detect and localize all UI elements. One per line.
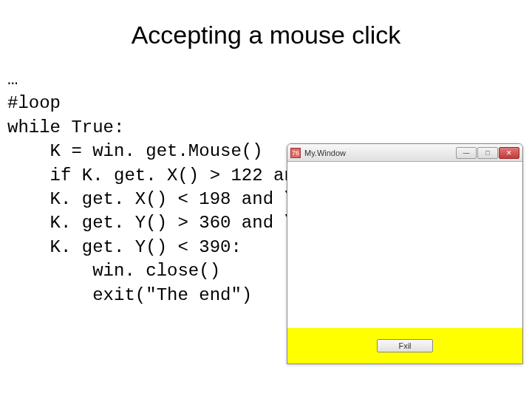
tk-icon: 76: [290, 148, 301, 158]
window-title: My.Window: [304, 149, 455, 157]
close-button[interactable]: ✕: [499, 147, 519, 159]
demo-window: 76 My.Window — □ ✕ Fxil: [287, 143, 523, 364]
exit-button[interactable]: Fxil: [377, 339, 432, 352]
window-footer: Fxil: [287, 328, 522, 364]
window-controls: — □ ✕: [455, 147, 519, 159]
window-titlebar: 76 My.Window — □ ✕: [287, 144, 522, 162]
minimize-button[interactable]: —: [456, 147, 477, 159]
maximize-button[interactable]: □: [477, 147, 498, 159]
page-title: Accepting a mouse click: [0, 21, 532, 50]
window-body: [287, 162, 522, 328]
